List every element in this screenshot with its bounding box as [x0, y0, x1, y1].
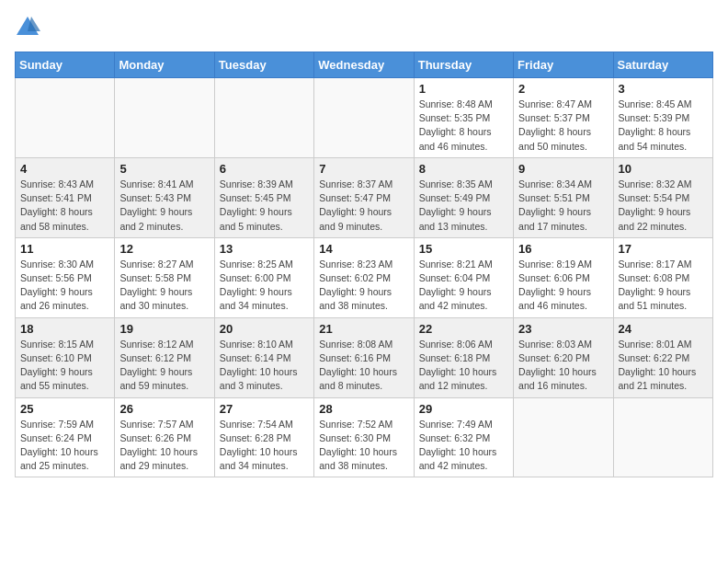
calendar-day: 15Sunrise: 8:21 AM Sunset: 6:04 PM Dayli… [414, 237, 513, 317]
page-header [15, 15, 713, 40]
day-info: Sunrise: 8:45 AM Sunset: 5:39 PM Dayligh… [619, 98, 708, 154]
day-number: 28 [319, 402, 408, 416]
calendar-day: 29Sunrise: 7:49 AM Sunset: 6:32 PM Dayli… [414, 397, 513, 477]
day-info: Sunrise: 8:19 AM Sunset: 6:06 PM Dayligh… [518, 258, 608, 314]
day-number: 19 [119, 322, 209, 336]
calendar-day: 7Sunrise: 8:37 AM Sunset: 5:47 PM Daylig… [314, 157, 414, 237]
day-info: Sunrise: 8:35 AM Sunset: 5:49 PM Dayligh… [419, 178, 508, 234]
day-number: 3 [619, 82, 708, 96]
day-info: Sunrise: 7:49 AM Sunset: 6:32 PM Dayligh… [419, 418, 508, 474]
day-info: Sunrise: 8:48 AM Sunset: 5:35 PM Dayligh… [419, 98, 508, 154]
day-number: 7 [319, 162, 408, 176]
day-number: 13 [220, 242, 309, 256]
day-info: Sunrise: 8:12 AM Sunset: 6:12 PM Dayligh… [119, 338, 209, 394]
calendar-weekday-saturday: Saturday [613, 52, 712, 78]
calendar-weekday-wednesday: Wednesday [314, 52, 414, 78]
day-number: 22 [419, 322, 508, 336]
day-info: Sunrise: 8:21 AM Sunset: 6:04 PM Dayligh… [419, 258, 508, 314]
day-info: Sunrise: 8:17 AM Sunset: 6:08 PM Dayligh… [619, 258, 708, 314]
day-number: 27 [220, 402, 309, 416]
day-number: 5 [119, 162, 209, 176]
day-number: 6 [220, 162, 309, 176]
day-number: 17 [619, 242, 708, 256]
calendar-weekday-friday: Friday [514, 52, 613, 78]
day-info: Sunrise: 8:43 AM Sunset: 5:41 PM Dayligh… [20, 178, 109, 234]
day-number: 29 [419, 402, 508, 416]
day-number: 4 [20, 162, 109, 176]
day-info: Sunrise: 7:52 AM Sunset: 6:30 PM Dayligh… [319, 418, 408, 474]
calendar-day: 1Sunrise: 8:48 AM Sunset: 5:35 PM Daylig… [414, 78, 513, 158]
calendar-day [214, 78, 313, 158]
calendar-day: 20Sunrise: 8:10 AM Sunset: 6:14 PM Dayli… [214, 317, 313, 397]
day-number: 20 [220, 322, 309, 336]
calendar-day: 11Sunrise: 8:30 AM Sunset: 5:56 PM Dayli… [16, 237, 115, 317]
calendar-day [514, 397, 613, 477]
calendar-day: 10Sunrise: 8:32 AM Sunset: 5:54 PM Dayli… [613, 157, 712, 237]
day-info: Sunrise: 8:10 AM Sunset: 6:14 PM Dayligh… [220, 338, 309, 394]
calendar-weekday-tuesday: Tuesday [214, 52, 313, 78]
calendar-day: 25Sunrise: 7:59 AM Sunset: 6:24 PM Dayli… [16, 397, 115, 477]
calendar-header-row: SundayMondayTuesdayWednesdayThursdayFrid… [16, 52, 713, 78]
day-info: Sunrise: 8:32 AM Sunset: 5:54 PM Dayligh… [619, 178, 708, 234]
day-number: 12 [119, 242, 209, 256]
calendar-day: 14Sunrise: 8:23 AM Sunset: 6:02 PM Dayli… [314, 237, 414, 317]
day-info: Sunrise: 8:01 AM Sunset: 6:22 PM Dayligh… [619, 338, 708, 394]
calendar-day: 12Sunrise: 8:27 AM Sunset: 5:58 PM Dayli… [115, 237, 214, 317]
calendar-weekday-thursday: Thursday [414, 52, 513, 78]
day-number: 26 [119, 402, 209, 416]
calendar-weekday-monday: Monday [115, 52, 214, 78]
calendar-week-row: 11Sunrise: 8:30 AM Sunset: 5:56 PM Dayli… [16, 237, 713, 317]
calendar-day: 16Sunrise: 8:19 AM Sunset: 6:06 PM Dayli… [514, 237, 613, 317]
calendar-day: 28Sunrise: 7:52 AM Sunset: 6:30 PM Dayli… [314, 397, 414, 477]
day-number: 10 [619, 162, 708, 176]
day-info: Sunrise: 7:54 AM Sunset: 6:28 PM Dayligh… [220, 418, 309, 474]
day-info: Sunrise: 8:23 AM Sunset: 6:02 PM Dayligh… [319, 258, 408, 314]
day-number: 2 [518, 82, 608, 96]
day-number: 23 [518, 322, 608, 336]
day-info: Sunrise: 8:25 AM Sunset: 6:00 PM Dayligh… [220, 258, 309, 314]
day-info: Sunrise: 8:34 AM Sunset: 5:51 PM Dayligh… [518, 178, 608, 234]
calendar-day [613, 397, 712, 477]
calendar-day: 27Sunrise: 7:54 AM Sunset: 6:28 PM Dayli… [214, 397, 313, 477]
calendar-day: 2Sunrise: 8:47 AM Sunset: 5:37 PM Daylig… [514, 78, 613, 158]
day-info: Sunrise: 8:03 AM Sunset: 6:20 PM Dayligh… [518, 338, 608, 394]
day-number: 9 [518, 162, 608, 176]
calendar-day: 4Sunrise: 8:43 AM Sunset: 5:41 PM Daylig… [16, 157, 115, 237]
calendar-day: 18Sunrise: 8:15 AM Sunset: 6:10 PM Dayli… [16, 317, 115, 397]
day-number: 11 [20, 242, 109, 256]
calendar-day [314, 78, 414, 158]
day-number: 21 [319, 322, 408, 336]
day-number: 18 [20, 322, 109, 336]
day-info: Sunrise: 8:30 AM Sunset: 5:56 PM Dayligh… [20, 258, 109, 314]
calendar-week-row: 4Sunrise: 8:43 AM Sunset: 5:41 PM Daylig… [16, 157, 713, 237]
calendar-day: 22Sunrise: 8:06 AM Sunset: 6:18 PM Dayli… [414, 317, 513, 397]
calendar-day: 9Sunrise: 8:34 AM Sunset: 5:51 PM Daylig… [514, 157, 613, 237]
day-number: 25 [20, 402, 109, 416]
calendar-day [16, 78, 115, 158]
day-info: Sunrise: 8:37 AM Sunset: 5:47 PM Dayligh… [319, 178, 408, 234]
day-number: 24 [619, 322, 708, 336]
day-info: Sunrise: 8:08 AM Sunset: 6:16 PM Dayligh… [319, 338, 408, 394]
day-info: Sunrise: 8:06 AM Sunset: 6:18 PM Dayligh… [419, 338, 508, 394]
calendar-day: 13Sunrise: 8:25 AM Sunset: 6:00 PM Dayli… [214, 237, 313, 317]
day-info: Sunrise: 8:41 AM Sunset: 5:43 PM Dayligh… [119, 178, 209, 234]
calendar-table: SundayMondayTuesdayWednesdayThursdayFrid… [15, 52, 713, 477]
logo-icon [15, 15, 40, 40]
calendar-weekday-sunday: Sunday [16, 52, 115, 78]
calendar-day: 24Sunrise: 8:01 AM Sunset: 6:22 PM Dayli… [613, 317, 712, 397]
calendar-day: 5Sunrise: 8:41 AM Sunset: 5:43 PM Daylig… [115, 157, 214, 237]
day-number: 8 [419, 162, 508, 176]
calendar-week-row: 18Sunrise: 8:15 AM Sunset: 6:10 PM Dayli… [16, 317, 713, 397]
calendar-day: 19Sunrise: 8:12 AM Sunset: 6:12 PM Dayli… [115, 317, 214, 397]
calendar-day: 26Sunrise: 7:57 AM Sunset: 6:26 PM Dayli… [115, 397, 214, 477]
day-info: Sunrise: 7:59 AM Sunset: 6:24 PM Dayligh… [20, 418, 109, 474]
calendar-day: 17Sunrise: 8:17 AM Sunset: 6:08 PM Dayli… [613, 237, 712, 317]
calendar-week-row: 1Sunrise: 8:48 AM Sunset: 5:35 PM Daylig… [16, 78, 713, 158]
day-number: 14 [319, 242, 408, 256]
calendar-day: 21Sunrise: 8:08 AM Sunset: 6:16 PM Dayli… [314, 317, 414, 397]
day-info: Sunrise: 8:39 AM Sunset: 5:45 PM Dayligh… [220, 178, 309, 234]
day-number: 15 [419, 242, 508, 256]
day-number: 16 [518, 242, 608, 256]
day-info: Sunrise: 8:27 AM Sunset: 5:58 PM Dayligh… [119, 258, 209, 314]
calendar-day [115, 78, 214, 158]
